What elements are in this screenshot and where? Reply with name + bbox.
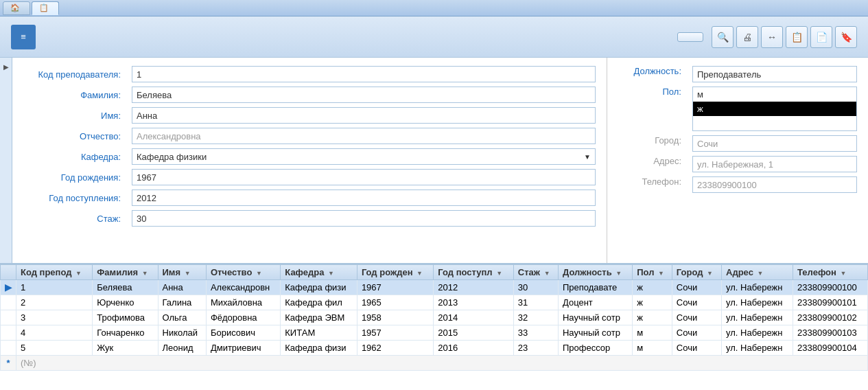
input-god-postup[interactable] bbox=[132, 190, 596, 206]
pol-option-zh[interactable]: ж bbox=[693, 102, 856, 116]
table-cell: ул. Набережн bbox=[722, 280, 793, 295]
table-cell: 233809900101 bbox=[793, 295, 868, 310]
table-cell: 31 bbox=[513, 295, 558, 310]
table-cell: Галина bbox=[158, 295, 206, 310]
label-god-postup: Год поступления: bbox=[23, 193, 126, 203]
row-indicator bbox=[1, 325, 16, 341]
th-god-postup[interactable]: Год поступл ▼ bbox=[434, 265, 513, 280]
nav-arrow[interactable]: ▶ bbox=[0, 58, 12, 263]
tab-teachers[interactable]: 📋 bbox=[32, 1, 59, 15]
table-cell: м bbox=[633, 341, 672, 356]
input-telefon[interactable] bbox=[692, 176, 857, 193]
table-cell: 233809900103 bbox=[793, 325, 868, 341]
label-stazh: Стаж: bbox=[23, 214, 126, 224]
table-cell: 1957 bbox=[357, 325, 433, 341]
toolbar-print-button[interactable]: 🖨 bbox=[736, 26, 758, 48]
table-row[interactable]: ▶1БеляеваАннаАлександровнКафедра физи196… bbox=[1, 280, 868, 295]
label-adres: Адрес: bbox=[618, 156, 687, 166]
label-dolzhnost: Должность: bbox=[618, 66, 687, 76]
table-cell: Трофимова bbox=[93, 310, 158, 325]
th-kafedra[interactable]: Кафедра ▼ bbox=[281, 265, 357, 280]
data-table: Код препод ▼ Фамилия ▼ Имя ▼ Отчество ▼ … bbox=[0, 264, 868, 371]
table-row[interactable]: 2ЮрченкоГалинаМихайловнаКафедра фил19652… bbox=[1, 295, 868, 310]
table-cell: 1965 bbox=[357, 295, 433, 310]
table-cell: Сочи bbox=[672, 310, 721, 325]
pol-option-m[interactable]: м bbox=[693, 87, 856, 102]
table-row[interactable]: 3ТрофимоваОльгаФёдоровнаКафедра ЭВМ19582… bbox=[1, 310, 868, 325]
input-familiya[interactable] bbox=[132, 87, 596, 103]
input-dolzhnost[interactable] bbox=[692, 66, 857, 82]
table-body: ▶1БеляеваАннаАлександровнКафедра физи196… bbox=[1, 280, 868, 371]
th-pol[interactable]: Пол ▼ bbox=[633, 265, 672, 280]
table-row[interactable]: 4ГончаренкоНиколайБорисовичКИТАМ19572015… bbox=[1, 325, 868, 341]
table-cell: Александровн bbox=[206, 280, 280, 295]
toolbar-doc-button[interactable]: 📄 bbox=[810, 26, 832, 48]
table-cell: м bbox=[633, 325, 672, 341]
th-stazh[interactable]: Стаж ▼ bbox=[513, 265, 558, 280]
th-otchestvo[interactable]: Отчество ▼ bbox=[206, 265, 280, 280]
table-cell: Кафедра физи bbox=[281, 280, 357, 295]
full-area: ▶ Код преподавателя: Фамилия: Имя: Отчес… bbox=[0, 58, 868, 390]
th-gorod[interactable]: Город ▼ bbox=[672, 265, 721, 280]
vedomosti-button[interactable] bbox=[677, 32, 703, 42]
toolbar-transfer-button[interactable]: ↔ bbox=[761, 26, 783, 48]
table-cell: Научный сотр bbox=[558, 310, 632, 325]
input-stazh[interactable] bbox=[132, 210, 596, 227]
label-god-rozhd: Год рождения: bbox=[23, 172, 126, 183]
table-cell: Леонид bbox=[158, 341, 206, 356]
table-cell: 2014 bbox=[434, 310, 513, 325]
label-gorod: Город: bbox=[618, 135, 687, 146]
table-cell: Научный сотр bbox=[558, 325, 632, 341]
table-cell: ул. Набережн bbox=[722, 310, 793, 325]
table-cell: Сочи bbox=[672, 295, 721, 310]
toolbar-bookmark-button[interactable]: 🔖 bbox=[835, 26, 857, 48]
input-imya[interactable] bbox=[132, 107, 596, 124]
table-cell: ул. Набережн bbox=[722, 295, 793, 310]
toolbar-search-button[interactable]: 🔍 bbox=[712, 26, 734, 48]
table-container: Код препод ▼ Фамилия ▼ Имя ▼ Отчество ▼ … bbox=[0, 263, 868, 390]
th-telefon[interactable]: Телефон ▼ bbox=[793, 265, 868, 280]
table-cell: Сочи bbox=[672, 325, 721, 341]
toolbar-copy-button[interactable]: 📋 bbox=[786, 26, 808, 48]
table-cell: 233809900102 bbox=[793, 310, 868, 325]
input-adres[interactable] bbox=[692, 156, 857, 172]
tab-main[interactable]: 🏠 bbox=[3, 1, 30, 15]
th-dolzhnost[interactable]: Должность ▼ bbox=[558, 265, 632, 280]
chevron-down-icon: ▼ bbox=[584, 153, 591, 161]
table-cell: 1967 bbox=[357, 280, 433, 295]
table-cell: КИТАМ bbox=[281, 325, 357, 341]
table-cell: Кафедра ЭВМ bbox=[281, 310, 357, 325]
th-familiya[interactable]: Фамилия ▼ bbox=[93, 265, 158, 280]
input-god-rozhd[interactable] bbox=[132, 169, 596, 185]
select-kafedra[interactable]: Кафедра физики ▼ bbox=[132, 148, 596, 165]
label-otchestvo: Отчество: bbox=[23, 131, 126, 141]
table-cell: Ольга bbox=[158, 310, 206, 325]
label-familiya: Фамилия: bbox=[23, 90, 126, 100]
table-cell: Кафедра физи bbox=[281, 341, 357, 356]
th-imya[interactable]: Имя ▼ bbox=[158, 265, 206, 280]
table-cell: 2012 bbox=[434, 280, 513, 295]
pol-dropdown[interactable]: м ж bbox=[692, 87, 857, 131]
row-indicator bbox=[1, 341, 16, 356]
table-cell: 233809900104 bbox=[793, 341, 868, 356]
new-row-label: (№) bbox=[16, 356, 868, 371]
th-indicator bbox=[1, 265, 16, 280]
th-god-rozhd[interactable]: Год рожден ▼ bbox=[357, 265, 433, 280]
table-cell: ул. Набережн bbox=[722, 341, 793, 356]
label-kod: Код преподавателя: bbox=[23, 69, 126, 80]
table-row[interactable]: 5ЖукЛеонидДмитриевичКафедра физи19622016… bbox=[1, 341, 868, 356]
table-cell: 233809900100 bbox=[793, 280, 868, 295]
pol-option-empty[interactable] bbox=[693, 116, 856, 130]
label-kafedra: Кафедра: bbox=[23, 152, 126, 162]
toolbar-title-area: ≡ bbox=[11, 25, 669, 49]
form-row-section: ▶ Код преподавателя: Фамилия: Имя: Отчес… bbox=[0, 58, 868, 263]
table-new-row[interactable]: *(№) bbox=[1, 356, 868, 371]
input-kod[interactable] bbox=[132, 66, 596, 82]
table-cell: Беляева bbox=[93, 280, 158, 295]
input-otchestvo[interactable] bbox=[132, 128, 596, 144]
th-kod[interactable]: Код препод ▼ bbox=[16, 265, 93, 280]
table-cell: Фёдоровна bbox=[206, 310, 280, 325]
input-gorod[interactable] bbox=[692, 135, 857, 152]
table-cell: Анна bbox=[158, 280, 206, 295]
th-adres[interactable]: Адрес ▼ bbox=[722, 265, 793, 280]
